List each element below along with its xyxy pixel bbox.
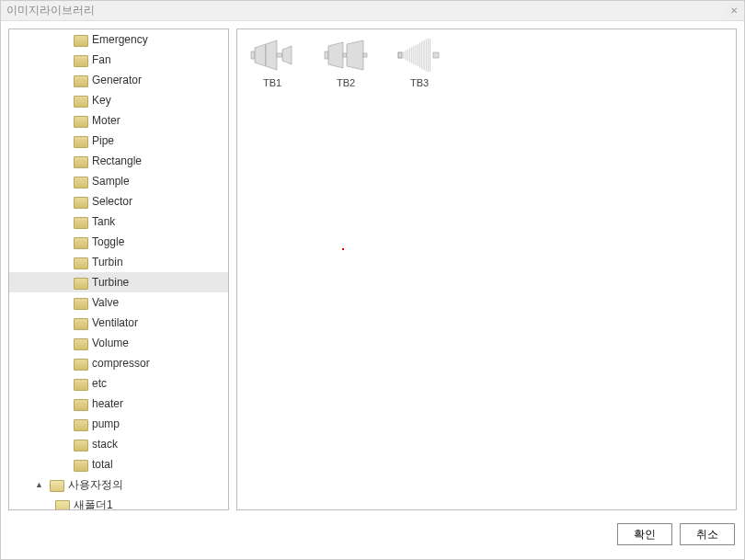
- content-area: EmergencyFanGeneratorKeyMoterPipeRectang…: [1, 21, 744, 518]
- tree-panel: EmergencyFanGeneratorKeyMoterPipeRectang…: [8, 29, 229, 510]
- folder-open-icon: [55, 500, 68, 510]
- svg-rect-25: [433, 52, 439, 58]
- titlebar: 이미지라이브러리 ✕: [1, 1, 744, 21]
- tree-item-valve[interactable]: Valve: [9, 292, 228, 313]
- tree-item-volume[interactable]: Volume: [9, 333, 228, 353]
- folder-icon: [74, 338, 86, 349]
- svg-rect-7: [343, 53, 347, 57]
- thumbnail-label: TB3: [410, 77, 429, 88]
- tree-item-compressor[interactable]: compressor: [9, 353, 228, 373]
- tree-item-label: etc: [92, 377, 107, 390]
- tree-item-label: Moter: [92, 114, 120, 127]
- folder-icon: [74, 298, 86, 308]
- svg-rect-10: [398, 52, 402, 58]
- folder-icon: [74, 217, 86, 227]
- folder-icon: [74, 197, 86, 207]
- cancel-button[interactable]: 취소: [680, 523, 735, 545]
- folder-icon: [74, 460, 86, 470]
- tree-item-label: Tank: [92, 215, 115, 228]
- tree-item-label: Key: [92, 94, 111, 107]
- tree-item-label: Pipe: [92, 134, 114, 147]
- tree-item-moter[interactable]: Moter: [9, 110, 228, 131]
- tree-item-pipe[interactable]: Pipe: [9, 131, 228, 151]
- tree-item-heater[interactable]: heater: [9, 394, 228, 414]
- tree-item-toggle[interactable]: Toggle: [9, 232, 228, 252]
- tree-item-turbine[interactable]: Turbine: [9, 272, 228, 292]
- turbine-icon: [247, 37, 297, 74]
- tree-item-total[interactable]: total: [9, 454, 228, 474]
- window-title: 이미지라이브러리: [6, 3, 95, 18]
- turbine-icon: [321, 37, 371, 74]
- thumbnail-tb2[interactable]: TB2: [318, 37, 373, 88]
- tree-item-user-root[interactable]: ▲사용자정의: [9, 474, 228, 495]
- thumbnail-tb3[interactable]: TB3: [392, 37, 447, 88]
- folder-icon: [74, 419, 86, 429]
- thumbnail-label: TB2: [337, 77, 355, 88]
- tree-item-selector[interactable]: Selector: [9, 191, 228, 211]
- folder-icon: [74, 156, 86, 166]
- svg-rect-9: [363, 53, 367, 57]
- ok-button[interactable]: 확인: [617, 523, 672, 545]
- svg-marker-8: [347, 40, 363, 70]
- tree-item-user-child[interactable]: 새폴더1: [9, 495, 228, 509]
- tree-item-label: Selector: [92, 195, 132, 208]
- thumbnail-tb1[interactable]: TB1: [245, 37, 300, 88]
- tree-item-etc[interactable]: etc: [9, 373, 228, 394]
- svg-rect-0: [251, 51, 255, 59]
- folder-icon: [74, 35, 86, 45]
- tree-item-label: Fan: [92, 53, 111, 66]
- folder-open-icon: [50, 480, 63, 490]
- folder-icon: [74, 177, 86, 187]
- tree-item-label: Turbine: [92, 276, 129, 289]
- tree-item-generator[interactable]: Generator: [9, 70, 228, 90]
- svg-rect-3: [277, 53, 282, 57]
- tree-item-turbin[interactable]: Turbin: [9, 252, 228, 272]
- svg-marker-1: [255, 44, 266, 66]
- tree-scroll[interactable]: EmergencyFanGeneratorKeyMoterPipeRectang…: [9, 29, 228, 509]
- tree-item-label: Turbin: [92, 256, 123, 269]
- tree-item-label: Rectangle: [92, 154, 142, 167]
- folder-icon: [74, 237, 86, 247]
- close-button[interactable]: ✕: [726, 3, 742, 17]
- tree-item-label: Ventilator: [92, 316, 138, 329]
- folder-icon: [74, 136, 86, 146]
- tree-item-label: Volume: [92, 337, 129, 349]
- tree-item-tank[interactable]: Tank: [9, 211, 228, 232]
- tree-item-label: heater: [92, 397, 123, 410]
- tree-item-stack[interactable]: stack: [9, 434, 228, 454]
- folder-icon: [74, 379, 86, 389]
- tree-item-label: pump: [92, 417, 120, 430]
- svg-marker-2: [266, 40, 277, 70]
- folder-icon: [74, 116, 86, 126]
- svg-rect-5: [325, 51, 328, 59]
- tree-item-label: Sample: [92, 175, 130, 188]
- folder-icon: [74, 55, 86, 65]
- tree-item-key[interactable]: Key: [9, 90, 228, 110]
- expander-icon: ▲: [35, 480, 44, 489]
- tree-item-label: Valve: [92, 296, 119, 309]
- tree-item-label: stack: [92, 438, 118, 451]
- thumbnail-panel: TB1TB2TB3: [236, 29, 737, 510]
- folder-icon: [74, 318, 86, 328]
- tree-item-emergency[interactable]: Emergency: [9, 29, 228, 50]
- tree-item-label: 새폴더1: [74, 497, 113, 510]
- svg-marker-4: [282, 46, 292, 64]
- tree-item-label: Generator: [92, 74, 142, 86]
- folder-icon: [74, 278, 86, 288]
- folder-icon: [74, 75, 86, 86]
- folder-icon: [74, 399, 86, 409]
- tree-item-rectangle[interactable]: Rectangle: [9, 151, 228, 171]
- tree-item-fan[interactable]: Fan: [9, 50, 228, 70]
- svg-marker-6: [328, 42, 343, 68]
- folder-icon: [74, 96, 86, 106]
- tree-item-pump[interactable]: pump: [9, 414, 228, 434]
- folder-icon: [74, 440, 86, 450]
- turbine-icon: [395, 37, 444, 74]
- tree-item-label: total: [92, 458, 113, 471]
- footer: 확인 취소: [1, 518, 744, 551]
- tree-item-label: 사용자정의: [68, 477, 123, 493]
- tree-item-ventilator[interactable]: Ventilator: [9, 313, 228, 333]
- folder-icon: [74, 257, 86, 268]
- tree-item-sample[interactable]: Sample: [9, 171, 228, 191]
- tree-item-label: Emergency: [92, 33, 148, 46]
